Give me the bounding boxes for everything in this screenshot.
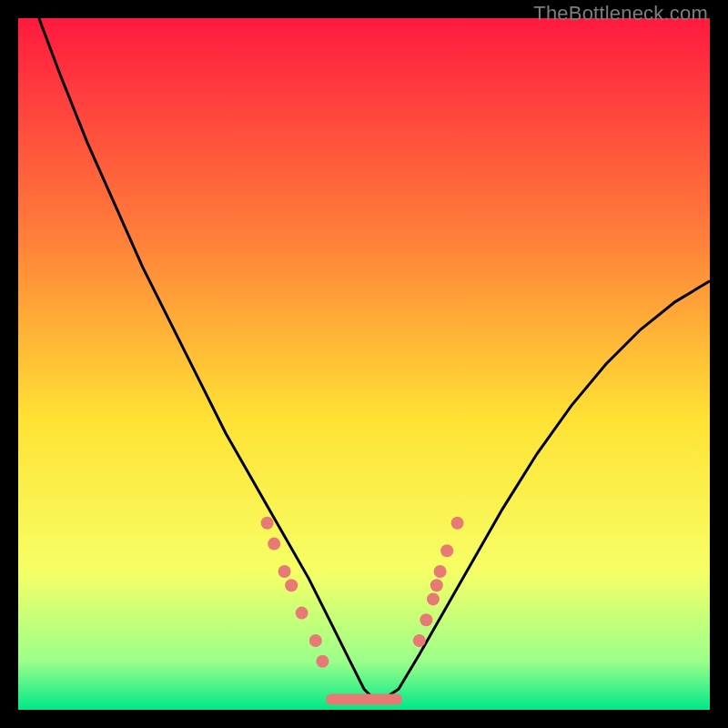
watermark-text: TheBottleneck.com [533,2,708,25]
data-point [261,517,274,530]
data-point [430,579,443,592]
data-point [420,613,432,626]
chart-frame [18,18,710,710]
data-point [427,592,440,605]
data-point [296,607,308,620]
data-point [285,579,298,592]
data-point [316,655,329,668]
data-point [440,544,453,557]
optimal-zone-marker [326,694,402,705]
data-point [434,565,447,578]
bottleneck-chart [18,18,710,710]
data-point [451,517,464,530]
data-point [278,565,291,578]
data-point [413,634,426,647]
data-point [309,634,322,647]
data-point [268,538,280,551]
